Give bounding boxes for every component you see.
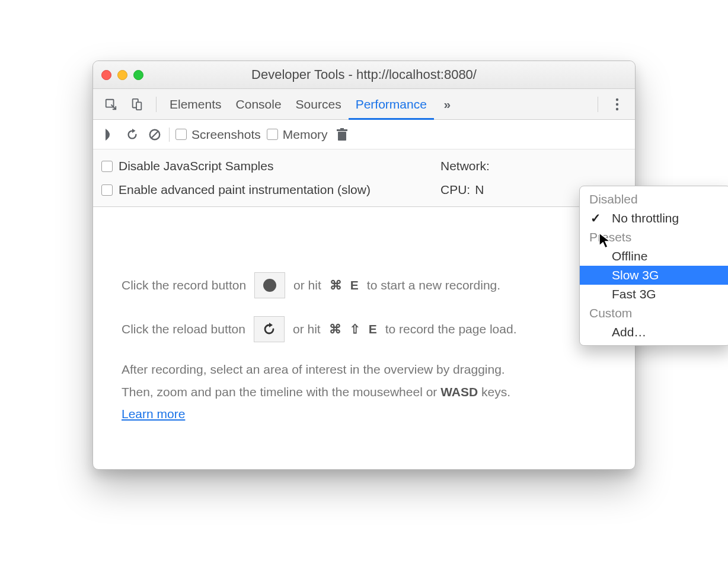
- learn-more-link[interactable]: Learn more: [122, 407, 185, 421]
- svg-point-5: [616, 107, 618, 110]
- checkbox-icon: [175, 129, 187, 140]
- instr-text: to start a new recording.: [367, 276, 500, 295]
- svg-rect-7: [338, 132, 346, 141]
- reload-icon[interactable]: [124, 126, 141, 143]
- dropdown-section-custom: Custom: [580, 304, 728, 323]
- instr-text: to record the page load.: [385, 320, 517, 339]
- network-label: Network:: [440, 159, 490, 173]
- record-dot-icon: [263, 279, 276, 292]
- dropdown-item-add[interactable]: Add…: [580, 323, 728, 342]
- cmd-key: ⌘: [329, 320, 341, 339]
- tab-console[interactable]: Console: [232, 89, 285, 119]
- memory-label: Memory: [283, 128, 328, 142]
- capture-settings: Disable JavaScript Samples Network: Enab…: [93, 149, 635, 207]
- reload-button[interactable]: [254, 316, 285, 342]
- dropdown-item-offline[interactable]: Offline: [580, 247, 728, 266]
- trash-icon[interactable]: [334, 126, 350, 143]
- shift-key: ⇧: [350, 320, 360, 339]
- memory-checkbox[interactable]: Memory: [267, 128, 328, 142]
- dropdown-item-slow-3g[interactable]: Slow 3G: [580, 266, 728, 285]
- e-key: E: [350, 276, 359, 295]
- devtools-window: Developer Tools - http://localhost:8080/…: [92, 61, 636, 470]
- cpu-value: N: [475, 183, 484, 197]
- instr-text: or hit: [293, 276, 321, 295]
- cmd-key: ⌘: [330, 276, 342, 295]
- record-icon[interactable]: [101, 126, 118, 143]
- instr-record-text: Click the record button: [122, 276, 246, 295]
- svg-point-4: [616, 103, 618, 105]
- tab-sources[interactable]: Sources: [292, 89, 345, 119]
- mouse-cursor-icon: [599, 233, 612, 249]
- screenshots-label: Screenshots: [191, 128, 261, 142]
- cpu-label: CPU:: [440, 183, 470, 197]
- separator: [169, 128, 170, 142]
- device-toolbar-icon[interactable]: [127, 95, 146, 114]
- instr-para1: After recording, select an area of inter…: [122, 360, 611, 379]
- svg-rect-2: [136, 102, 141, 110]
- window-title: Developer Tools - http://localhost:8080/: [93, 67, 635, 82]
- checkbox-icon: [267, 129, 278, 140]
- instructions: Click the record button or hit ⌘ E to st…: [93, 207, 635, 424]
- kebab-menu-icon[interactable]: [608, 95, 627, 114]
- checkbox-icon[interactable]: [101, 161, 113, 172]
- instr-text: or hit: [293, 320, 321, 339]
- svg-point-3: [616, 98, 618, 100]
- more-tabs-icon[interactable]: »: [438, 95, 456, 114]
- instr-para2: Then, zoom and pan the timeline with the…: [122, 383, 611, 402]
- tab-performance[interactable]: Performance: [352, 89, 430, 119]
- titlebar: Developer Tools - http://localhost:8080/: [93, 61, 635, 89]
- dropdown-section-disabled: Disabled: [580, 190, 728, 209]
- network-throttling-dropdown: Disabled No throttling Presets Offline S…: [579, 186, 728, 346]
- e-key: E: [369, 320, 377, 339]
- performance-toolbar: Screenshots Memory: [93, 120, 635, 149]
- screenshots-checkbox[interactable]: Screenshots: [175, 128, 261, 142]
- clear-icon[interactable]: [146, 126, 163, 143]
- separator: [156, 97, 157, 112]
- svg-rect-9: [340, 128, 344, 130]
- dropdown-item-no-throttling[interactable]: No throttling: [580, 209, 728, 228]
- devtools-tabs: Elements Console Sources Performance »: [93, 89, 635, 120]
- instr-reload-text: Click the reload button: [122, 320, 245, 339]
- tab-elements[interactable]: Elements: [166, 89, 225, 119]
- enable-paint-label: Enable advanced paint instrumentation (s…: [119, 183, 371, 197]
- dropdown-item-fast-3g[interactable]: Fast 3G: [580, 285, 728, 304]
- checkbox-icon[interactable]: [101, 184, 113, 196]
- inspect-element-icon[interactable]: [101, 95, 120, 114]
- record-button[interactable]: [254, 272, 285, 298]
- separator: [598, 97, 598, 112]
- disable-js-samples-label: Disable JavaScript Samples: [119, 159, 273, 173]
